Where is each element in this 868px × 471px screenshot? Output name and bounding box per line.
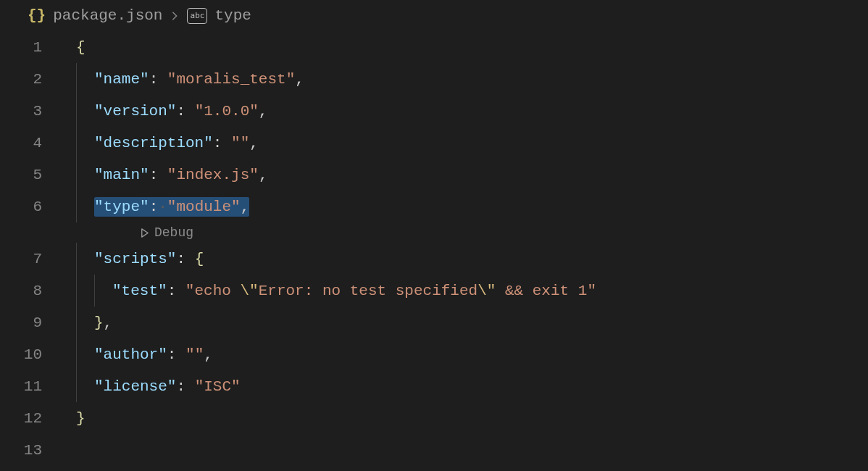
- line-number: 13: [0, 442, 58, 459]
- code-line[interactable]: 1 {: [0, 31, 868, 63]
- code-line[interactable]: 13: [0, 434, 868, 466]
- json-file-icon: {}: [28, 7, 46, 24]
- indent-guide: [76, 338, 94, 370]
- code-line[interactable]: 3 "version": "1.0.0",: [0, 95, 868, 127]
- code-line[interactable]: 2 "name": "moralis_test",: [0, 63, 868, 95]
- code-line[interactable]: 9 },: [0, 307, 868, 338]
- indent-guide: [76, 127, 94, 159]
- line-number: 4: [0, 135, 58, 151]
- indent-guide: [76, 191, 94, 222]
- indent-guide: [76, 243, 94, 275]
- code-line[interactable]: 6 "type":·"module",: [0, 191, 868, 222]
- code-line[interactable]: 4 "description": "",: [0, 127, 868, 159]
- line-number: 5: [0, 167, 58, 183]
- indent-guide: [76, 370, 94, 402]
- codelens[interactable]: Debug: [0, 222, 868, 243]
- breadcrumb: {} package.json abc type: [0, 0, 868, 28]
- breadcrumb-symbol[interactable]: type: [214, 7, 251, 24]
- line-number: 1: [0, 39, 58, 56]
- line-number: 9: [0, 314, 58, 331]
- brace-open: {: [76, 39, 85, 56]
- chevron-right-icon: [170, 11, 180, 21]
- string-symbol-icon: abc: [187, 8, 207, 24]
- line-number: 3: [0, 103, 58, 120]
- line-number: 11: [0, 378, 58, 395]
- selection-highlight: "type":·"module",: [94, 197, 249, 217]
- indent-guide: [76, 307, 94, 338]
- indent-guide: [76, 275, 94, 307]
- code-line[interactable]: 10 "author": "",: [0, 338, 868, 370]
- code-line[interactable]: 5 "main": "index.js",: [0, 159, 868, 191]
- line-number: 10: [0, 346, 58, 363]
- play-icon: [139, 228, 150, 238]
- indent-guide: [76, 95, 94, 127]
- code-line[interactable]: 8 "test": "echo \"Error: no test specifi…: [0, 275, 868, 307]
- line-number: 2: [0, 71, 58, 88]
- code-line[interactable]: 7 "scripts": {: [0, 243, 868, 275]
- line-number: 8: [0, 283, 58, 299]
- code-line[interactable]: 11 "license": "ISC": [0, 370, 868, 402]
- line-number: 6: [0, 199, 58, 215]
- line-number: 12: [0, 410, 58, 427]
- breadcrumb-file[interactable]: package.json: [53, 7, 162, 24]
- code-editor[interactable]: 1 { 2 "name": "moralis_test", 3 "version…: [0, 28, 868, 466]
- indent-guide: [76, 63, 94, 95]
- indent-guide: [76, 159, 94, 191]
- code-line[interactable]: 12 }: [0, 402, 868, 434]
- indent-guide: [94, 275, 112, 307]
- line-number: 7: [0, 251, 58, 267]
- codelens-debug-label[interactable]: Debug: [154, 225, 193, 240]
